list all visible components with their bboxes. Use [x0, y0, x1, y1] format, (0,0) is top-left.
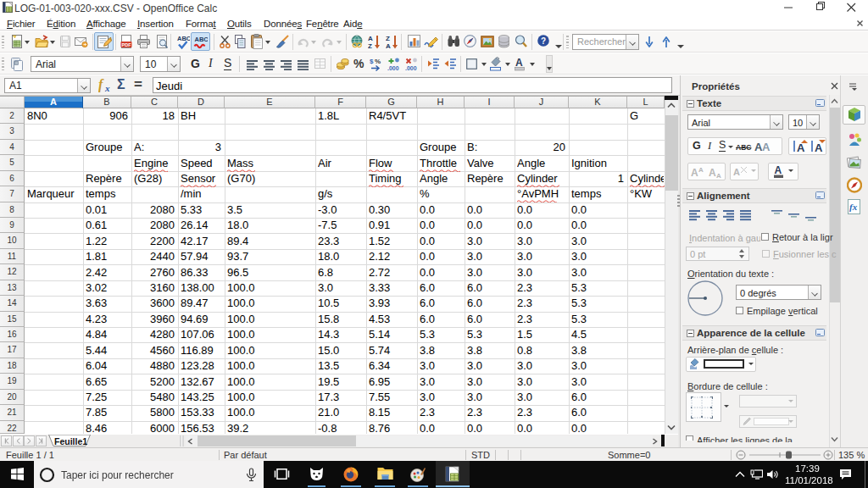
svg-text:A: A: [368, 35, 373, 42]
svg-text:A: A: [386, 42, 391, 50]
svg-text:.000: .000: [405, 65, 417, 71]
svg-text:%: %: [375, 58, 381, 65]
svg-text:$: $: [370, 58, 374, 65]
svg-text:fx: fx: [849, 202, 858, 212]
svg-text:Z: Z: [368, 42, 372, 50]
svg-text:.000: .000: [387, 65, 399, 71]
svg-text:f: f: [98, 77, 104, 92]
svg-text:A: A: [762, 141, 771, 153]
svg-text:Z: Z: [386, 35, 390, 42]
svg-text:A: A: [733, 167, 740, 177]
svg-text:A: A: [716, 172, 721, 179]
svg-text:ABC: ABC: [195, 36, 209, 43]
svg-text:A: A: [691, 167, 698, 179]
svg-text:A: A: [797, 141, 805, 153]
svg-text:ABC: ABC: [177, 35, 190, 42]
svg-text:A: A: [815, 141, 823, 153]
svg-text:A: A: [709, 167, 716, 179]
svg-text:x: x: [104, 83, 110, 93]
svg-text:PDF: PDF: [122, 42, 132, 47]
svg-text:A: A: [775, 164, 782, 176]
svg-text:A: A: [698, 166, 704, 174]
svg-text:A: A: [515, 57, 523, 69]
svg-text:?: ?: [541, 36, 546, 46]
